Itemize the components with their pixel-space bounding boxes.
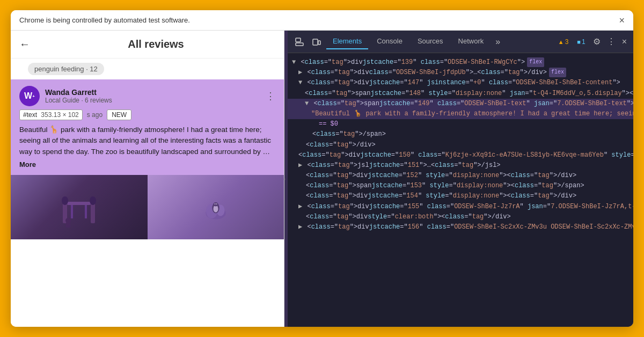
review-user-row: W+ Wanda Garrett Local Guide · 6 reviews… <box>19 86 275 106</box>
tab-sources[interactable]: Sources <box>411 34 450 49</box>
user-name: Wanda Garrett <box>45 88 260 97</box>
svg-rect-8 <box>66 222 70 228</box>
code-line: ▶ <class="tag">div class="ODSEW-ShBeI-jf… <box>288 68 633 78</box>
svg-rect-4 <box>85 205 87 218</box>
more-options-button[interactable]: ⋮ <box>266 90 275 102</box>
back-button[interactable]: ← <box>19 38 30 50</box>
devtools-close-button[interactable]: × <box>620 37 629 47</box>
user-subtitle: Local Guide · 6 reviews <box>45 97 260 104</box>
more-link[interactable]: More <box>19 160 275 169</box>
code-line: ▼ <class="tag">span jstcache="149" class… <box>288 99 633 109</box>
code-line: ▼ <class="tag">div jstcache="147" jsinst… <box>288 78 633 88</box>
tab-elements[interactable]: Elements <box>326 34 368 49</box>
penguin-filter-tag[interactable]: penguin feeding · 12 <box>28 63 104 75</box>
code-line: == $0 <box>288 119 633 129</box>
expand-arrow[interactable]: ▶ <box>298 68 306 78</box>
tab-console[interactable]: Console <box>370 34 409 49</box>
expand-arrow[interactable]: ▶ <box>298 160 306 171</box>
svg-point-16 <box>216 203 217 204</box>
expand-arrow[interactable]: ▼ <box>305 99 312 109</box>
penguin-image <box>148 175 284 239</box>
code-line: "Beautiful 🦒 park with a family-friendly… <box>288 109 633 119</box>
browser-content-panel: ← All reviews penguin feeding · 12 W+ Wa… <box>11 31 284 327</box>
code-line: ▶ <class="tag">div jstcache="155" class=… <box>288 202 633 212</box>
tab-network[interactable]: Network <box>452 34 491 49</box>
expand-arrow[interactable]: ▶ <box>298 202 306 212</box>
settings-icon[interactable]: ⚙ <box>591 36 603 47</box>
review-card: W+ Wanda Garrett Local Guide · 6 reviews… <box>11 79 284 175</box>
message-badge[interactable]: ■ 1 <box>574 37 588 47</box>
review-text: Beautiful 🦒 park with a family-friendly … <box>19 124 275 157</box>
code-line: <class="tag">div style="clear:both"><cla… <box>288 212 633 222</box>
code-line: ▼ <class="tag">div jstcache="139" class=… <box>288 57 633 68</box>
new-badge: NEW <box>107 109 131 120</box>
code-line: ▶ <class="tag">div jstcache="156" class=… <box>288 222 633 232</box>
svg-rect-3 <box>71 205 73 218</box>
code-line: <class="tag">span jstcache="153" style="… <box>288 181 633 191</box>
svg-rect-19 <box>313 39 318 45</box>
filter-tag-row: penguin feeding · 12 <box>11 58 284 79</box>
expand-arrow[interactable]: ▼ <box>298 78 306 88</box>
info-bar-close-button[interactable]: × <box>619 16 625 25</box>
svg-point-15 <box>214 203 215 204</box>
reviews-header: ← All reviews <box>11 31 284 58</box>
svg-rect-17 <box>296 38 301 42</box>
devtools-panel: Elements Console Sources Network » ▲ 3 ■… <box>288 31 633 327</box>
device-toggle-icon[interactable] <box>309 34 324 49</box>
svg-point-5 <box>62 196 68 205</box>
user-info: Wanda Garrett Local Guide · 6 reviews <box>45 88 260 104</box>
review-meta-row: #text 353.13 × 102 s ago NEW <box>19 109 275 120</box>
expand-arrow[interactable]: ▼ <box>292 57 299 68</box>
time-text: s ago <box>87 111 103 119</box>
images-row <box>11 175 284 239</box>
warning-badge[interactable]: ▲ 3 <box>555 37 572 47</box>
svg-point-14 <box>213 202 218 207</box>
panel-divider[interactable] <box>284 31 288 327</box>
info-bar: Chrome is being controlled by automated … <box>11 10 633 31</box>
inspect-icon[interactable] <box>292 34 307 49</box>
code-line: <class="tag">div jstcache="150" class="K… <box>288 150 633 160</box>
more-options-icon[interactable]: ⋮ <box>605 36 618 47</box>
more-tabs-button[interactable]: » <box>492 37 503 47</box>
page-title: All reviews <box>36 38 275 50</box>
code-line: ▶ <class="tag">jsl jstcache="151">…<clas… <box>288 160 633 171</box>
main-content: ← All reviews penguin feeding · 12 W+ Wa… <box>11 31 633 327</box>
devtools-toolbar: Elements Console Sources Network » ▲ 3 ■… <box>288 31 633 53</box>
svg-rect-20 <box>318 41 320 45</box>
zoo-image <box>11 175 148 239</box>
browser-window: Chrome is being controlled by automated … <box>11 10 633 327</box>
svg-rect-2 <box>67 202 91 205</box>
code-line: <class="tag">/div> <box>288 140 633 150</box>
avatar: W+ <box>19 86 40 106</box>
svg-rect-18 <box>296 43 303 46</box>
expand-arrow[interactable]: ▶ <box>298 222 306 232</box>
text-badge: #text 353.13 × 102 <box>19 109 83 120</box>
code-line: <class="tag">div jstcache="152" style="d… <box>288 171 633 181</box>
svg-point-6 <box>90 196 96 205</box>
code-line: <class="tag">div jstcache="154" style="d… <box>288 191 633 201</box>
code-line: <class="tag">/span> <box>288 129 633 140</box>
code-line: <class="tag">span jstcache="148" style="… <box>288 89 633 99</box>
code-viewer[interactable]: ▼ <class="tag">div jstcache="139" class=… <box>288 53 633 327</box>
info-bar-message: Chrome is being controlled by automated … <box>19 16 619 24</box>
